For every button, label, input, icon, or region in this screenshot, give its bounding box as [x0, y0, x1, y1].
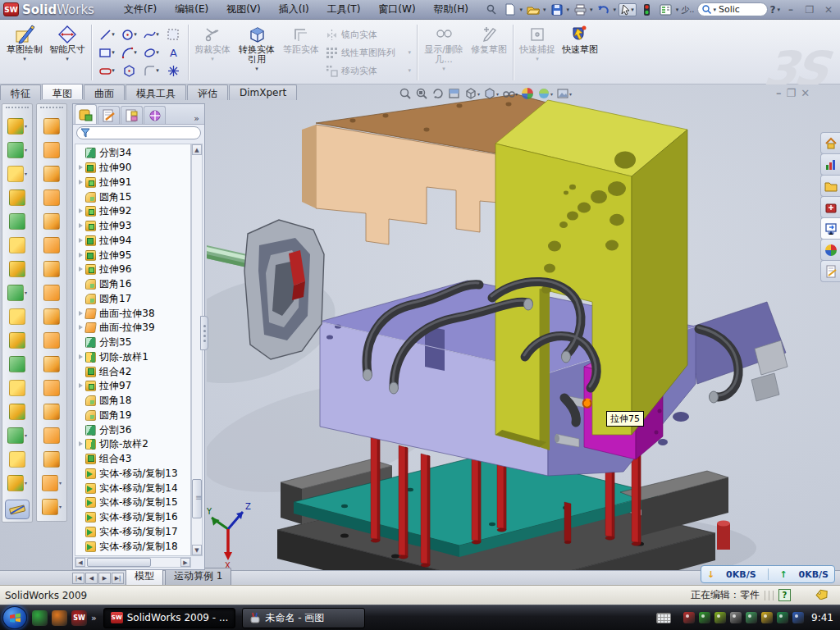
- tab-featuremanager-tree[interactable]: [75, 104, 97, 124]
- doc-restore-icon[interactable]: ❐: [787, 88, 797, 99]
- headsup-hide-show-items-button[interactable]: ▾: [502, 87, 518, 100]
- tree-item[interactable]: 圆角15: [75, 189, 190, 204]
- taskpane-design-library-tab[interactable]: [820, 153, 840, 176]
- scroll-up-icon[interactable]: ▲: [192, 144, 202, 155]
- undo-icon[interactable]: [596, 2, 612, 17]
- toolbar-drag-handle[interactable]: [6, 107, 29, 112]
- tray-volume-icon[interactable]: [730, 612, 742, 623]
- pin-icon[interactable]: [483, 2, 500, 17]
- expand-arrow-icon[interactable]: [77, 179, 84, 186]
- expand-arrow-icon[interactable]: [77, 266, 84, 273]
- panel-overflow-chevron-icon[interactable]: »: [194, 113, 199, 124]
- taskpane-resources-tab[interactable]: [820, 132, 840, 154]
- horizontal-scroll-thumb[interactable]: [87, 558, 151, 567]
- tag-icon[interactable]: [815, 589, 829, 602]
- tool-boundary-boss-button[interactable]: [2, 209, 32, 233]
- ellipse-tool-icon[interactable]: ▾: [140, 44, 162, 62]
- ribbon-tab-3[interactable]: 模具工具: [126, 84, 186, 100]
- restore-button[interactable]: ❐: [801, 3, 818, 16]
- scroll-left-icon[interactable]: ◀: [75, 558, 85, 567]
- headsup-view-settings-button[interactable]: ▾: [556, 87, 572, 100]
- flyout-arrow-icon[interactable]: ▾: [25, 123, 27, 129]
- doc-tab-0[interactable]: 模型: [126, 568, 163, 585]
- doc-close-icon[interactable]: ✕: [801, 88, 810, 99]
- tree-item[interactable]: 组合42: [75, 364, 190, 379]
- last-tab-icon[interactable]: ▶|: [112, 573, 124, 584]
- save-icon[interactable]: [549, 2, 565, 17]
- tool-fillet-button[interactable]: ▾: [2, 162, 32, 185]
- close-button[interactable]: ✕: [820, 3, 837, 16]
- sketch-fillet-tool-icon[interactable]: ▾: [140, 62, 162, 80]
- expand-arrow-icon[interactable]: [77, 237, 84, 244]
- taskbar-clock[interactable]: 9:41: [811, 612, 833, 623]
- next-tab-icon[interactable]: ▶: [98, 573, 111, 584]
- headsup-zoom-fit-button[interactable]: [399, 87, 412, 100]
- select-tool-button[interactable]: ▾: [619, 3, 637, 16]
- tree-horizontal-scrollbar[interactable]: ◀ ▶: [75, 557, 191, 568]
- tool-lofted-boss-button[interactable]: [2, 185, 32, 209]
- expand-arrow-icon[interactable]: [77, 382, 84, 390]
- tray-shield-plus-icon[interactable]: [777, 612, 788, 623]
- line-tool-icon[interactable]: ▾: [96, 26, 117, 43]
- text-tool-icon[interactable]: A: [162, 44, 184, 62]
- tool-extruded-boss-button[interactable]: ▾: [2, 114, 32, 138]
- move-entities-button[interactable]: 移动实体▾: [322, 62, 414, 79]
- tree-item[interactable]: 实体-移动/复制14: [75, 481, 190, 495]
- quick-launch-messenger-icon[interactable]: [32, 610, 48, 626]
- repair-sketch-button[interactable]: 修复草图: [468, 21, 510, 84]
- headsup-rotate-view-button[interactable]: [431, 87, 445, 100]
- tool-revolved-surface-button[interactable]: [37, 138, 66, 162]
- model-3d-view[interactable]: Y Z X: [207, 84, 840, 570]
- tree-item[interactable]: 拉伸95: [75, 248, 190, 262]
- tree-item[interactable]: 曲面-拉伸39: [75, 321, 190, 336]
- expand-arrow-icon[interactable]: [77, 441, 84, 448]
- expand-arrow-icon[interactable]: [77, 164, 84, 171]
- tree-item[interactable]: 拉伸96: [75, 262, 190, 277]
- menu-item-0[interactable]: 文件(F): [116, 0, 165, 19]
- taskpane-custom-properties-tab[interactable]: [820, 260, 840, 282]
- tool-hole-wizard-button[interactable]: [2, 257, 32, 281]
- ribbon-tab-0[interactable]: 特征: [0, 84, 41, 100]
- expand-arrow-icon[interactable]: [77, 324, 84, 331]
- expand-arrow-icon[interactable]: [77, 208, 84, 215]
- quick-launch-browser-icon[interactable]: [52, 610, 67, 626]
- taskpane-view-palette-tab[interactable]: [820, 217, 840, 240]
- tool-thicken-button[interactable]: [37, 423, 66, 447]
- expand-arrow-icon[interactable]: [77, 354, 84, 361]
- spline-tool-icon[interactable]: ▾: [140, 26, 162, 43]
- expand-arrow-icon[interactable]: [77, 252, 84, 259]
- tree-item[interactable]: 拉伸92: [75, 204, 190, 219]
- menu-item-1[interactable]: 编辑(E): [167, 0, 217, 19]
- tree-item[interactable]: 实体-移动/复制13: [75, 467, 190, 482]
- tab-dimxpertmanager[interactable]: [144, 106, 166, 124]
- tool-planar-surface-button[interactable]: [37, 233, 66, 257]
- trim-entities-button[interactable]: 剪裁实体 ▾: [191, 21, 234, 84]
- quick-launch-solidworks-icon[interactable]: SW: [71, 610, 87, 626]
- network-speed-widget[interactable]: ↓ 0KB/S ↑ 0KB/S: [701, 565, 835, 583]
- tree-item[interactable]: 实体-移动/复制18: [75, 539, 190, 554]
- open-file-icon[interactable]: [525, 2, 541, 17]
- tool-spline-tool-button[interactable]: ▾: [37, 495, 66, 518]
- headsup-section-view-button[interactable]: [448, 87, 461, 100]
- rebuild-icon[interactable]: [639, 2, 655, 17]
- menu-item-3[interactable]: 插入(I): [271, 0, 317, 19]
- tray-alert-icon[interactable]: [761, 612, 773, 623]
- tool-chamfer-button[interactable]: [2, 233, 32, 257]
- doc-tab-1[interactable]: 运动算例 1: [165, 568, 231, 585]
- vertical-scroll-thumb[interactable]: [192, 479, 202, 518]
- tool-mirror-button[interactable]: [2, 304, 32, 328]
- help-button[interactable]: ?: [770, 4, 776, 16]
- flyout-arrow-icon[interactable]: ▾: [25, 432, 27, 438]
- new-file-icon[interactable]: [502, 2, 518, 17]
- headsup-display-style-button[interactable]: ▾: [483, 87, 499, 100]
- tree-item[interactable]: 圆角17: [75, 292, 190, 307]
- menu-item-6[interactable]: 帮助(H): [426, 0, 477, 19]
- tray-antivirus-icon[interactable]: [683, 612, 695, 623]
- quick-launch-overflow-icon[interactable]: »: [91, 613, 97, 623]
- circle-tool-icon[interactable]: ▾: [118, 26, 139, 43]
- open-file-dropdown[interactable]: ▾: [543, 7, 546, 13]
- new-file-dropdown[interactable]: ▾: [520, 7, 523, 13]
- print-dropdown[interactable]: ▾: [590, 7, 593, 13]
- panel-splitter-handle[interactable]: [200, 316, 208, 350]
- tab-propertymanager[interactable]: [98, 106, 120, 124]
